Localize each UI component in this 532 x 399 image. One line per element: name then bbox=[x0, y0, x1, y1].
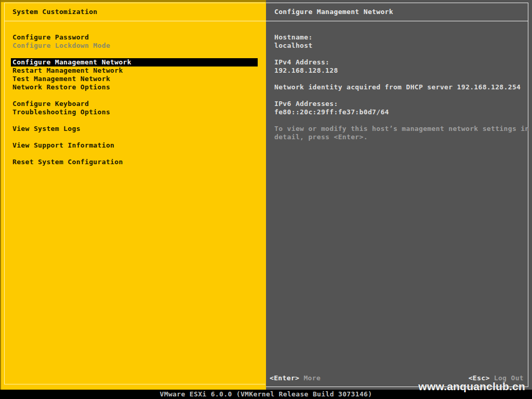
menu-item-network-restore-options[interactable]: Network Restore Options bbox=[0, 83, 266, 91]
network-info: Hostname: localhost IPv4 Address: 192.16… bbox=[274, 33, 529, 141]
menu-spacer bbox=[0, 133, 266, 141]
system-customization-panel: System Customization Configure Password … bbox=[0, 0, 266, 390]
enter-key-label: More bbox=[303, 374, 321, 382]
menu-item-restart-management-network[interactable]: Restart Management Network bbox=[0, 66, 266, 75]
menu-item-configure-password[interactable]: Configure Password bbox=[0, 33, 266, 42]
detail-hint-line1: To view or modify this host’s management… bbox=[274, 125, 529, 133]
esxi-version-text: VMware ESXi 6.0.0 (VMKernel Release Buil… bbox=[160, 390, 373, 398]
enter-key-hint: <Enter> More bbox=[270, 374, 321, 382]
menu-spacer bbox=[0, 116, 266, 125]
info-spacer bbox=[274, 75, 529, 83]
menu-item-view-system-logs[interactable]: View System Logs bbox=[0, 125, 266, 133]
main-menu: Configure Password Configure Lockdown Mo… bbox=[0, 33, 266, 166]
enter-key: <Enter> bbox=[270, 374, 299, 382]
panel-top-edge bbox=[0, 0, 266, 2]
menu-item-configure-lockdown-mode: Configure Lockdown Mode bbox=[0, 42, 266, 50]
info-spacer bbox=[274, 50, 529, 58]
watermark-text: www.anquanclub.cn bbox=[418, 381, 525, 392]
hostname-value: localhost bbox=[274, 42, 529, 50]
page-title: System Customization bbox=[12, 8, 98, 16]
ipv4-label: IPv4 Address: bbox=[274, 58, 529, 66]
title-separator bbox=[266, 21, 528, 21]
menu-item-troubleshooting-options[interactable]: Troubleshooting Options bbox=[0, 108, 266, 116]
menu-spacer bbox=[0, 150, 266, 158]
menu-spacer bbox=[0, 91, 266, 100]
hostname-label: Hostname: bbox=[274, 33, 529, 42]
info-spacer bbox=[274, 116, 529, 125]
title-separator bbox=[5, 21, 266, 21]
detail-hint-line2: detail, press <Enter>. bbox=[274, 133, 529, 141]
menu-item-configure-management-network[interactable]: Configure Management Network bbox=[11, 58, 258, 66]
menu-item-test-management-network[interactable]: Test Management Network bbox=[0, 75, 266, 83]
dhcp-notice: Network identity acquired from DHCP serv… bbox=[274, 83, 529, 91]
ipv4-value: 192.168.128.128 bbox=[274, 66, 529, 75]
menu-item-configure-keyboard[interactable]: Configure Keyboard bbox=[0, 100, 266, 108]
detail-panel-title: Configure Management Network bbox=[274, 8, 393, 16]
menu-spacer bbox=[0, 50, 266, 58]
info-spacer bbox=[274, 91, 529, 100]
ipv6-label: IPv6 Addresses: bbox=[274, 100, 529, 108]
management-network-detail-panel: Configure Management Network Hostname: l… bbox=[266, 0, 532, 390]
ipv6-value: fe80::20c:29ff:fe37:b0d7/64 bbox=[274, 108, 529, 116]
menu-item-view-support-information[interactable]: View Support Information bbox=[0, 141, 266, 150]
menu-item-reset-system-configuration[interactable]: Reset System Configuration bbox=[0, 158, 266, 166]
